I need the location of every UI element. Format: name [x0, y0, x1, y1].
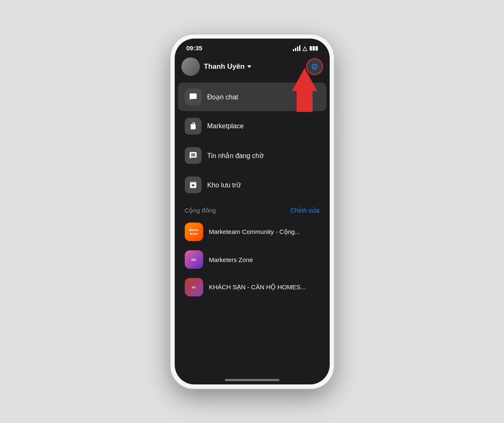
home-indicator — [225, 379, 279, 381]
community-item-marketers-zone[interactable]: MZ Marketers Zone — [178, 246, 326, 273]
community-item-khach-san[interactable]: KS KHÁCH SẠN - CĂN HỘ HOMES... — [178, 274, 326, 301]
header-left: Thanh Uyên — [181, 57, 251, 76]
notch — [225, 39, 279, 52]
chat-icon — [185, 88, 202, 105]
status-icons: △ ▮▮▮ — [293, 45, 318, 52]
header: Thanh Uyên ⚙ — [175, 54, 330, 80]
community-section-title: Cộng đồng — [185, 207, 216, 214]
community-edit-button[interactable]: Chỉnh sửa — [290, 207, 320, 214]
marketplace-icon — [185, 118, 202, 135]
phone-screen: 09:35 △ ▮▮▮ — [175, 39, 330, 384]
gear-icon: ⚙ — [311, 62, 318, 72]
community-name-marketeam: Marketeam Community - Cộng... — [209, 228, 300, 236]
community-avatar-marketeam: Marketeam — [185, 223, 203, 241]
community-name-marketers-zone: Marketers Zone — [209, 256, 253, 263]
menu-item-chat[interactable]: Đoạn chat — [178, 83, 326, 111]
menu-item-pending[interactable]: Tin nhắn đang chờ — [178, 141, 326, 170]
community-name-khach-san: KHÁCH SẠN - CĂN HỘ HOMES... — [209, 283, 306, 291]
avatar[interactable] — [181, 57, 200, 76]
menu-label-chat: Đoạn chat — [207, 93, 238, 101]
community-avatar-marketers-zone: MZ — [185, 250, 203, 269]
wifi-icon: △ — [302, 45, 307, 52]
community-section-header: Cộng đồng Chỉnh sửa — [175, 202, 330, 218]
menu-label-marketplace: Marketplace — [207, 122, 244, 130]
phone-frame: 09:35 △ ▮▮▮ — [171, 34, 334, 389]
settings-button[interactable]: ⚙ — [306, 58, 323, 75]
menu-label-pending: Tin nhắn đang chờ — [207, 152, 264, 160]
community-item-marketeam[interactable]: Marketeam Marketeam Community - Cộng... — [178, 218, 326, 245]
community-avatar-khach-san: KS — [185, 278, 203, 296]
user-name-button[interactable]: Thanh Uyên — [204, 62, 251, 71]
status-time: 09:35 — [186, 44, 202, 52]
archive-icon — [185, 176, 202, 193]
menu-label-archive: Kho lưu trữ — [207, 181, 241, 189]
battery-icon: ▮▮▮ — [309, 45, 318, 51]
menu-item-archive[interactable]: Kho lưu trữ — [178, 171, 326, 199]
chevron-down-icon — [247, 65, 251, 68]
menu-item-marketplace[interactable]: Marketplace — [178, 112, 326, 140]
pending-icon — [185, 147, 202, 164]
community-list: Marketeam Marketeam Community - Cộng... … — [175, 218, 330, 301]
menu-list: Đoạn chat Marketplace — [175, 80, 330, 202]
signal-icon — [293, 45, 300, 51]
